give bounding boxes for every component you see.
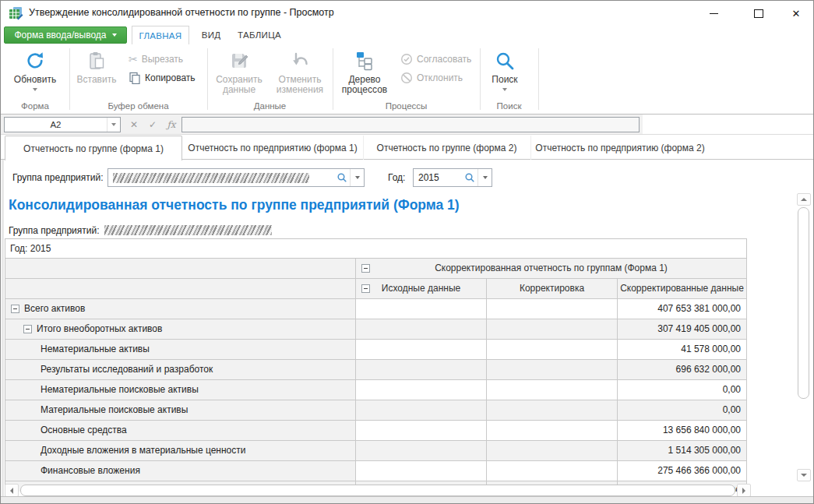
column-header-source[interactable]: Исходные данные (356, 279, 487, 299)
row-header-cell[interactable]: Всего активов (5, 299, 356, 319)
data-cell[interactable] (356, 400, 487, 421)
report-year-cell[interactable]: Год: 2015 (5, 238, 747, 259)
formula-bar: A2 ✕ ✓ ƒx (1, 115, 813, 135)
row-header-cell[interactable]: Доходные вложения в материальные ценност… (5, 441, 356, 461)
sheet-tab-group-form2[interactable]: Отчетность по группе (форма 2) (363, 136, 531, 160)
sheet-tab-enterprise-form2[interactable]: Отчетность по предприятию (форма 2) (530, 136, 710, 160)
window-bottom-edge (1, 496, 813, 503)
cancel-entry-button[interactable]: ✕ (125, 117, 143, 132)
collapse-toggle-icon[interactable] (361, 264, 370, 273)
data-cell[interactable]: 696 632 000,00 (618, 360, 747, 380)
function-button[interactable]: ƒx (163, 117, 180, 132)
data-cell[interactable] (356, 421, 487, 441)
column-header-adjustment[interactable]: Корректировка (487, 279, 618, 299)
collapse-toggle-icon[interactable] (11, 305, 19, 313)
search-button[interactable]: Поиск (481, 48, 529, 91)
refresh-button[interactable]: Обновить (10, 48, 60, 91)
formula-input[interactable] (181, 117, 640, 132)
scroll-up-button[interactable] (797, 193, 811, 206)
scissors-icon: ✂ (129, 53, 138, 65)
magnifier-icon[interactable] (334, 172, 350, 183)
row-label: Нематериальные поисковые активы (41, 380, 199, 400)
ribbon-tab-view[interactable]: ВИД (192, 26, 230, 44)
data-cell[interactable] (487, 360, 618, 380)
data-cell[interactable] (487, 421, 618, 441)
data-cell[interactable]: 1 514 305 000,00 (618, 441, 747, 461)
data-cell[interactable] (356, 461, 487, 481)
data-cell[interactable] (487, 441, 618, 461)
copy-label: Копировать (145, 72, 196, 83)
arrow-up-icon (801, 198, 807, 201)
chevron-down-icon[interactable] (107, 118, 120, 132)
data-cell[interactable]: 275 466 366 000,00 (618, 461, 747, 481)
vertical-scrollbar[interactable] (797, 193, 811, 481)
chevron-down-icon[interactable] (477, 169, 492, 186)
redacted-group-value (113, 173, 309, 183)
magnifier-icon[interactable] (462, 172, 477, 183)
row-header-cell[interactable]: Итого внеоборотных активов (5, 319, 356, 340)
app-logo-icon (8, 5, 23, 21)
data-cell[interactable]: 41 578 000,00 (618, 340, 747, 360)
confirm-entry-button[interactable]: ✓ (144, 117, 161, 132)
column-header-adjusted[interactable]: Скорректированные данные (618, 279, 747, 299)
scroll-down-button[interactable] (797, 469, 811, 481)
group-label-search: Поиск (480, 101, 538, 111)
data-cell[interactable] (356, 360, 487, 380)
data-cell[interactable] (487, 299, 618, 319)
header-span-cell[interactable]: Скорректированная отчетность по группам … (356, 259, 747, 279)
scroll-right-button[interactable] (737, 484, 751, 497)
vertical-scroll-thumb[interactable] (798, 207, 809, 399)
row-header-cell[interactable]: Результаты исследований и разработок (5, 360, 356, 380)
row-header-cell[interactable]: Нематериальные активы (5, 340, 356, 360)
maximize-button[interactable] (745, 2, 772, 24)
sheet-tab-enterprise-form1[interactable]: Отчетность по предприятию (форма 1) (182, 136, 364, 160)
paste-button[interactable]: Вставить (72, 48, 122, 85)
ribbon-tab-main[interactable]: ГЛАВНАЯ (132, 26, 189, 44)
form-io-menu-button[interactable]: Форма ввода/вывода (4, 26, 127, 44)
data-cell[interactable] (487, 400, 618, 421)
row-header-cell[interactable]: Основные средства (5, 421, 356, 441)
data-cell[interactable] (487, 380, 618, 400)
process-tree-icon (354, 48, 375, 73)
group-filter-combobox[interactable] (107, 168, 365, 187)
row-header-cell[interactable]: Нематериальные поисковые активы (5, 380, 356, 400)
cell-reference-box[interactable]: A2 (4, 117, 121, 132)
cut-label: Вырезать (142, 54, 183, 65)
process-tree-button[interactable]: Дерево процессов (339, 48, 390, 95)
data-cell[interactable] (487, 340, 618, 360)
scroll-left-button[interactable] (5, 484, 19, 497)
close-button[interactable]: ✕ (783, 2, 809, 24)
collapse-toggle-icon[interactable] (23, 325, 32, 333)
decline-button[interactable]: Отклонить (400, 69, 463, 86)
data-cell[interactable]: 0,00 (618, 400, 747, 421)
save-data-button[interactable]: Сохранить данные (213, 48, 265, 95)
collapse-toggle-icon[interactable] (361, 284, 370, 293)
row-header-cell[interactable]: Финансовые вложения (5, 461, 356, 481)
undo-changes-button[interactable]: Отменить изменения (273, 48, 327, 95)
data-cell[interactable] (356, 441, 487, 461)
horizontal-scrollbar[interactable] (5, 484, 751, 497)
ribbon-tab-table[interactable]: ТАБЛИЦА (230, 26, 289, 44)
cut-button[interactable]: ✂ Вырезать (129, 51, 183, 68)
data-cell[interactable] (356, 319, 487, 340)
data-cell[interactable] (356, 380, 487, 400)
chevron-down-icon[interactable] (350, 169, 364, 186)
data-cell[interactable] (487, 319, 618, 340)
copy-button[interactable]: Копировать (129, 69, 196, 86)
data-cell[interactable] (487, 461, 618, 481)
approve-button[interactable]: Согласовать (400, 51, 471, 68)
year-filter-combobox[interactable]: 2015 (413, 168, 492, 187)
row-header-cell[interactable]: Материальные поисковые активы (5, 400, 356, 421)
sheet-tab-group-form1[interactable]: Отчетность по группе (форма 1) (5, 136, 182, 160)
table-row: Финансовые вложения275 466 366 000,00 (5, 461, 747, 481)
data-cell[interactable]: 307 419 405 000,00 (618, 319, 747, 340)
data-cell[interactable] (356, 299, 487, 319)
minimize-button[interactable] (700, 2, 727, 24)
arrow-left-icon (10, 488, 13, 494)
data-cell[interactable] (356, 340, 487, 360)
data-cell[interactable]: 407 653 381 000,00 (618, 299, 747, 319)
horizontal-scroll-thumb[interactable] (20, 485, 735, 496)
data-cell[interactable]: 13 656 840 000,00 (618, 421, 747, 441)
row-label: Основные средства (41, 421, 127, 440)
data-cell[interactable]: 0,00 (618, 380, 747, 400)
